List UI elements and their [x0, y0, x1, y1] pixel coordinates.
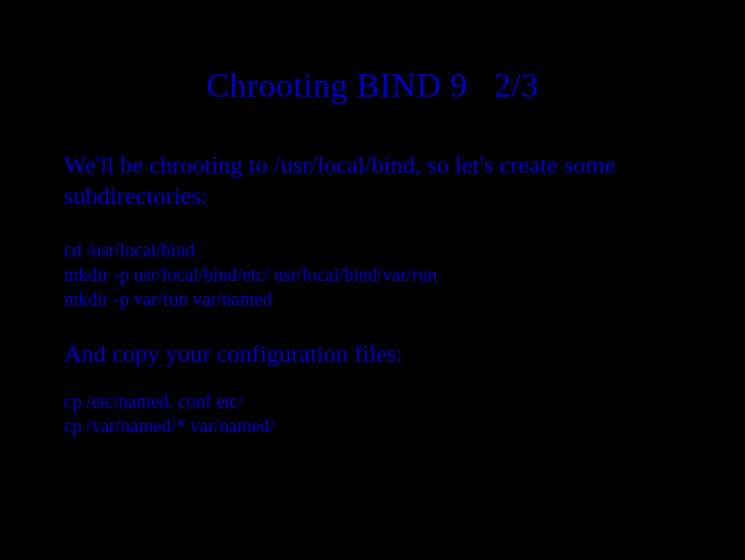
code-line: cd /usr/local/bind	[64, 238, 681, 262]
title-main: Chrooting BIND 9	[207, 67, 468, 104]
title-page-indicator: 2/3	[494, 67, 539, 104]
code-block-2: cp /etc/named. conf etc/ cp /var/named/*…	[64, 389, 681, 438]
intro-paragraph: We'll be chrooting to /usr/local/bind, s…	[64, 150, 681, 211]
code-line: mkdir -p var/run var/named	[64, 287, 681, 311]
code-line: cp /etc/named. conf etc/	[64, 389, 681, 413]
mid-paragraph: And copy your configuration files:	[64, 339, 681, 370]
code-line: mkdir -p usr/local/bind/etc/ usr/local/b…	[64, 262, 681, 287]
slide-title: Chrooting BIND 92/3	[64, 66, 681, 105]
code-block-1: cd /usr/local/bind mkdir -p usr/local/bi…	[64, 238, 681, 311]
slide-container: Chrooting BIND 92/3 We'll be chrooting t…	[0, 0, 745, 504]
code-line: cp /var/named/* var/named/	[64, 413, 681, 438]
